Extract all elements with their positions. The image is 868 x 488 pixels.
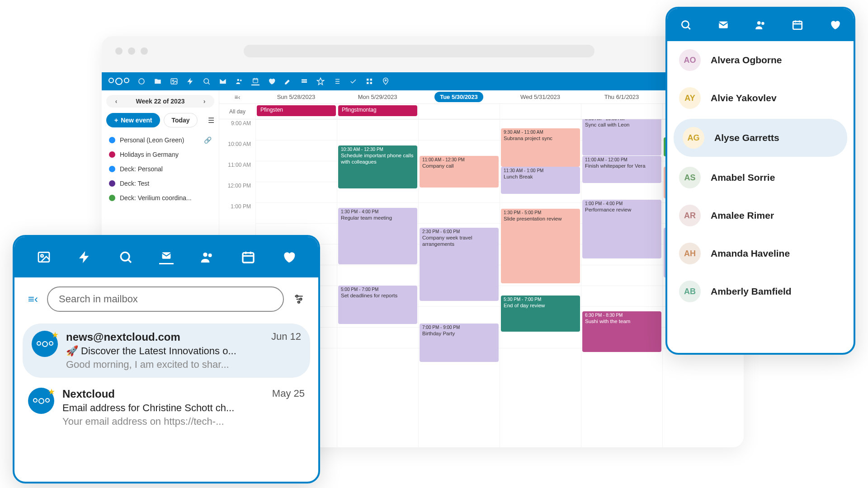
- mail-subject: 🚀 Discover the Latest Innovations o...: [66, 345, 301, 357]
- calendar-event[interactable]: 11:30 AM - 1:00 PMLunch Break: [501, 167, 580, 194]
- contact-list-item[interactable]: ASAmabel Sorrie: [667, 159, 854, 197]
- contact-list-item[interactable]: AOAlvera Ogborne: [667, 41, 854, 79]
- event-time: 8:30 AM - 10:30 AM: [585, 119, 659, 121]
- deck-icon[interactable]: [300, 77, 308, 85]
- filter-icon[interactable]: [293, 293, 305, 305]
- new-event-button[interactable]: +New event: [106, 113, 160, 127]
- heart-icon[interactable]: [268, 77, 276, 85]
- collapse-sidebar-icon[interactable]: ≡‹: [235, 94, 241, 101]
- contacts-icon[interactable]: [235, 77, 243, 85]
- calendar-event[interactable]: 1:30 PM - 4:00 PMRegular team meeting: [338, 208, 417, 264]
- calendar-event[interactable]: 5:30 PM - 7:00 PMEnd of day review: [501, 296, 580, 332]
- list-icon[interactable]: [333, 77, 341, 85]
- calendar-event[interactable]: 5:00 PM - 7:00 PMSet deadlines for repor…: [338, 286, 417, 324]
- day-header[interactable]: Sun 5/28/2023: [255, 90, 337, 103]
- day-header[interactable]: Tue 5/30/2023: [418, 90, 500, 103]
- activity-icon[interactable]: [186, 77, 194, 85]
- nextcloud-logo[interactable]: [108, 78, 129, 85]
- allday-event[interactable]: Pfingsten: [257, 105, 336, 116]
- allday-cell[interactable]: [581, 104, 662, 119]
- calendar-event[interactable]: 11:00 AM - 12:30 PMCompany call: [420, 156, 499, 188]
- calendar-event[interactable]: 7:00 PM - 9:00 PMBirthday Party: [420, 324, 499, 362]
- search-icon[interactable]: [118, 250, 133, 264]
- event-time: 7:00 PM - 9:00 PM: [422, 325, 496, 330]
- mail-search-input[interactable]: Search in mailbox: [47, 286, 284, 312]
- location-icon[interactable]: [382, 77, 390, 85]
- edit-icon[interactable]: [284, 77, 292, 85]
- calendar-event[interactable]: 11:00 AM - 12:00 PMFinish whitepaper for…: [582, 156, 661, 183]
- traffic-light-close[interactable]: [115, 47, 123, 55]
- calendar-list-item[interactable]: Deck: Personal: [106, 162, 214, 176]
- calendar-list-item[interactable]: Holidays in Germany: [106, 147, 214, 162]
- next-week-button[interactable]: ›: [199, 98, 210, 105]
- contact-list-item[interactable]: AGAlyse Garretts: [674, 119, 847, 157]
- contact-list-item[interactable]: AYAlvie Yakovlev: [667, 79, 854, 117]
- today-button[interactable]: Today: [164, 113, 197, 127]
- star-icon[interactable]: [316, 77, 325, 85]
- calendar-event[interactable]: 2:30 PM - 6:00 PMCompany week travel arr…: [420, 228, 499, 301]
- search-icon[interactable]: [680, 19, 692, 31]
- tasks-icon[interactable]: [349, 77, 357, 85]
- files-icon[interactable]: [154, 77, 162, 85]
- calendar-list-item[interactable]: Deck: Test: [106, 176, 214, 191]
- allday-cell[interactable]: Pfingstmontag: [337, 104, 418, 119]
- prev-week-button[interactable]: ‹: [111, 98, 122, 105]
- contact-list-item[interactable]: ARAmalee Rimer: [667, 197, 854, 235]
- contact-list-item[interactable]: ABAmberly Bamfield: [667, 272, 854, 310]
- star-icon[interactable]: ★: [48, 387, 55, 397]
- contact-avatar: AY: [679, 87, 701, 109]
- calendar-event[interactable]: 9:30 AM - 11:00 AMSubrana project sync: [501, 128, 580, 167]
- mail-date: May 25: [272, 388, 305, 400]
- star-icon[interactable]: ★: [52, 330, 59, 340]
- menu-icon[interactable]: ≡‹: [28, 293, 38, 305]
- event-title: Company call: [422, 163, 454, 169]
- day-column[interactable]: 9:30 AM - 11:00 AMSubrana project sync11…: [500, 119, 581, 447]
- day-header[interactable]: Thu 6/1/2023: [581, 90, 662, 103]
- event-title: Sync call with Leon: [585, 122, 629, 127]
- day-column[interactable]: 11:00 AM - 12:30 PMCompany call2:30 PM -…: [418, 119, 500, 447]
- calendar-icon[interactable]: [792, 19, 803, 31]
- mail-avatar: ★: [28, 388, 54, 414]
- search-icon[interactable]: [203, 77, 211, 85]
- calendar-event[interactable]: 6:30 PM - 8:30 PMSushi with the team: [582, 311, 661, 352]
- contact-list-item[interactable]: AHAmanda Haveline: [667, 235, 854, 272]
- dashboard-icon[interactable]: [137, 77, 146, 85]
- contacts-icon[interactable]: [755, 19, 766, 31]
- activity-icon[interactable]: [77, 250, 92, 264]
- photos-icon[interactable]: [37, 250, 51, 264]
- calendar-event[interactable]: 1:30 PM - 5:00 PMSlide presentation revi…: [501, 209, 580, 283]
- heart-icon[interactable]: [829, 19, 841, 31]
- allday-cell[interactable]: [500, 104, 581, 119]
- calendar-event[interactable]: 1:00 PM - 4:00 PMPerformance review: [582, 200, 661, 258]
- calendar-list-item[interactable]: Deck: Verilium coordina...: [106, 191, 214, 205]
- allday-event[interactable]: Pfingstmontag: [338, 105, 417, 116]
- contact-name: Alvera Ogborne: [711, 55, 782, 66]
- view-toggle-icon[interactable]: ☰: [208, 116, 214, 125]
- calendar-event[interactable]: 8:30 AM - 10:30 AMSync call with Leon: [582, 119, 661, 155]
- grid-icon[interactable]: [365, 77, 373, 85]
- heart-icon[interactable]: [282, 250, 296, 264]
- contacts-icon[interactable]: [200, 250, 214, 264]
- mail-icon[interactable]: [159, 250, 174, 264]
- mail-list-item[interactable]: ★ NextcloudMay 25 Email address for Chri…: [14, 380, 318, 435]
- day-column[interactable]: 8:30 AM - 10:30 AMSync call with Leon11:…: [581, 119, 662, 447]
- url-bar[interactable]: [244, 45, 594, 57]
- photos-icon[interactable]: [170, 77, 178, 85]
- day-column[interactable]: 10:30 AM - 12:30 PMSchedule important ph…: [337, 119, 418, 447]
- svg-rect-11: [367, 82, 369, 84]
- mail-list-item[interactable]: ★ news@nextcloud.comJun 12 🚀 Discover th…: [23, 324, 310, 378]
- calendar-list-item[interactable]: Personal (Leon Green)🔗: [106, 133, 214, 147]
- calendar-icon[interactable]: [241, 250, 255, 264]
- allday-cell[interactable]: [418, 104, 500, 119]
- calendar-color-dot: [109, 166, 115, 172]
- allday-cell[interactable]: Pfingsten: [255, 104, 337, 119]
- mail-icon[interactable]: [717, 19, 729, 31]
- day-header[interactable]: Mon 5/29/2023: [337, 90, 418, 103]
- traffic-light-minimize[interactable]: [128, 47, 135, 55]
- mail-icon[interactable]: [219, 77, 227, 85]
- traffic-light-maximize[interactable]: [141, 47, 148, 55]
- day-header[interactable]: Wed 5/31/2023: [500, 90, 581, 103]
- time-label: 11:00 AM: [219, 161, 255, 182]
- calendar-icon[interactable]: [251, 77, 259, 85]
- calendar-event[interactable]: 10:30 AM - 12:30 PMSchedule important ph…: [338, 145, 417, 188]
